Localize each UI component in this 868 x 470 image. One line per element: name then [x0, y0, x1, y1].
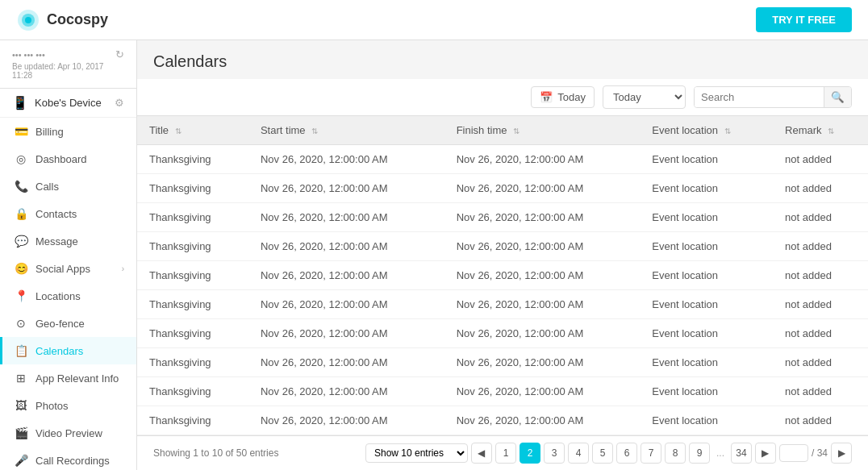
- sidebar-item-calls[interactable]: 📞 Calls: [0, 173, 136, 200]
- sidebar-item-photos[interactable]: 🖼 Photos: [0, 392, 136, 419]
- refresh-icon[interactable]: ↻: [115, 48, 124, 60]
- cell-title: Thanksgiving: [137, 406, 248, 435]
- sidebar-item-call-recordings[interactable]: 🎤 Call Recordings: [0, 447, 136, 470]
- page-5-button[interactable]: 5: [592, 443, 613, 464]
- page-3-button[interactable]: 3: [544, 443, 565, 464]
- device-info: ••• ••• ••• ↻: [12, 48, 124, 60]
- page-7-button[interactable]: 7: [641, 443, 661, 464]
- table-row: Thanksgiving Nov 26, 2020, 12:00:00 AM N…: [137, 290, 868, 319]
- table-body: Thanksgiving Nov 26, 2020, 12:00:00 AM N…: [137, 145, 868, 435]
- page-next-button[interactable]: ▶: [755, 443, 776, 464]
- page-total: / 34: [812, 447, 828, 459]
- device-update-text: Be updated: Apr 10, 2017 11:28: [12, 62, 124, 80]
- cell-event-location: Event location: [640, 261, 773, 290]
- cell-event-location: Event location: [640, 232, 773, 261]
- cell-finish-time: Nov 26, 2020, 12:00:00 AM: [444, 319, 641, 348]
- cell-event-location: Event location: [640, 377, 773, 406]
- call-recordings-icon: 🎤: [15, 454, 27, 467]
- col-finish-time[interactable]: Finish time ⇅: [444, 116, 641, 145]
- cell-event-location: Event location: [640, 145, 773, 174]
- page-9-button[interactable]: 9: [689, 443, 710, 464]
- sidebar-item-dashboard[interactable]: ◎ Dashboard: [0, 145, 136, 173]
- cell-title: Thanksgiving: [137, 174, 248, 203]
- cell-start-time: Nov 26, 2020, 12:00:00 AM: [248, 203, 444, 232]
- cell-finish-time: Nov 26, 2020, 12:00:00 AM: [444, 174, 641, 203]
- cell-title: Thanksgiving: [137, 261, 248, 290]
- cell-event-location: Event location: [640, 406, 773, 435]
- sidebar-label-social-apps: Social Apps: [35, 263, 90, 275]
- sidebar-item-billing[interactable]: 💳 Billing: [0, 118, 136, 145]
- cell-start-time: Nov 26, 2020, 12:00:00 AM: [248, 261, 444, 290]
- today-label: Today: [557, 91, 586, 103]
- cell-finish-time: Nov 26, 2020, 12:00:00 AM: [444, 406, 641, 435]
- pagination-ellipsis: ...: [713, 447, 728, 459]
- contacts-icon: 🔒: [15, 207, 27, 220]
- table-container: Title ⇅ Start time ⇅ Finish time ⇅ Event…: [137, 116, 868, 435]
- sidebar-label-contacts: Contacts: [35, 208, 77, 220]
- search-button[interactable]: 🔍: [824, 87, 851, 107]
- sidebar-item-app-relevant[interactable]: ⊞ App Relevant Info: [0, 364, 136, 392]
- message-icon: 💬: [15, 235, 27, 247]
- col-remark[interactable]: Remark ⇅: [773, 116, 868, 145]
- photos-icon: 🖼: [15, 399, 27, 412]
- cell-finish-time: Nov 26, 2020, 12:00:00 AM: [444, 290, 641, 319]
- table-row: Thanksgiving Nov 26, 2020, 12:00:00 AM N…: [137, 319, 868, 348]
- col-start-time[interactable]: Start time ⇅: [248, 116, 444, 145]
- today-button[interactable]: 📅 Today: [531, 86, 595, 108]
- sidebar-label-billing: Billing: [35, 126, 64, 138]
- showing-text: Showing 1 to 10 of 50 entries: [153, 447, 278, 459]
- cell-start-time: Nov 26, 2020, 12:00:00 AM: [248, 174, 444, 203]
- sort-title-icon: ⇅: [175, 127, 182, 135]
- page-prev-button[interactable]: ◀: [471, 443, 492, 464]
- table-row: Thanksgiving Nov 26, 2020, 12:00:00 AM N…: [137, 377, 868, 406]
- table-footer: Showing 1 to 10 of 50 entries Show 10 en…: [137, 435, 868, 470]
- pagination: Show 10 entries Show 25 entries Show 50 …: [365, 443, 852, 464]
- sidebar-label-calendars: Calendars: [35, 345, 83, 357]
- sidebar-label-geo-fence: Geo-fence: [35, 318, 85, 330]
- cell-remark: not added: [773, 232, 868, 261]
- col-title[interactable]: Title ⇅: [137, 116, 248, 145]
- try-it-free-button[interactable]: TRY IT FREE: [756, 7, 852, 32]
- sidebar-item-message[interactable]: 💬 Message: [0, 227, 136, 255]
- sidebar-item-video-preview[interactable]: 🎬 Video Preview: [0, 419, 136, 447]
- logo-text: Cocospy: [47, 11, 108, 28]
- page-1-button[interactable]: 1: [495, 443, 516, 464]
- cell-start-time: Nov 26, 2020, 12:00:00 AM: [248, 319, 444, 348]
- table-row: Thanksgiving Nov 26, 2020, 12:00:00 AM N…: [137, 261, 868, 290]
- page-34-button[interactable]: 34: [731, 443, 752, 464]
- sidebar-label-photos: Photos: [35, 400, 68, 412]
- page-2-button[interactable]: 2: [520, 443, 540, 464]
- page-size-select[interactable]: Show 10 entries Show 25 entries Show 50 …: [365, 443, 468, 463]
- dashboard-icon: ◎: [15, 152, 27, 165]
- cell-title: Thanksgiving: [137, 377, 248, 406]
- sidebar-label-message: Message: [35, 235, 78, 247]
- cell-event-location: Event location: [640, 174, 773, 203]
- sidebar-label-calls: Calls: [35, 181, 59, 193]
- cell-remark: not added: [773, 348, 868, 377]
- logo-area: Cocospy: [16, 8, 108, 32]
- page-jump-input[interactable]: [779, 444, 808, 462]
- sidebar-item-contacts[interactable]: 🔒 Contacts: [0, 200, 136, 227]
- page-title: Calendars: [153, 52, 852, 71]
- social-apps-icon: 😊: [15, 262, 27, 275]
- page-4-button[interactable]: 4: [568, 443, 589, 464]
- device-settings-icon[interactable]: ⚙: [115, 97, 124, 109]
- col-event-location[interactable]: Event location ⇅: [640, 116, 773, 145]
- table-row: Thanksgiving Nov 26, 2020, 12:00:00 AM N…: [137, 406, 868, 435]
- sidebar-item-calendars[interactable]: 📋 Calendars: [0, 337, 136, 364]
- sidebar-item-locations[interactable]: 📍 Locations: [0, 282, 136, 310]
- search-input[interactable]: [695, 87, 824, 107]
- search-box: 🔍: [694, 86, 852, 108]
- page-go-button[interactable]: ▶: [831, 443, 852, 464]
- device-id-text: ••• ••• •••: [12, 50, 45, 60]
- page-8-button[interactable]: 8: [665, 443, 686, 464]
- sort-remark-icon: ⇅: [828, 127, 834, 135]
- sidebar-item-social-apps[interactable]: 😊 Social Apps ›: [0, 255, 136, 282]
- cell-title: Thanksgiving: [137, 203, 248, 232]
- page-6-button[interactable]: 6: [616, 443, 637, 464]
- sidebar-item-geo-fence[interactable]: ⊙ Geo-fence: [0, 310, 136, 337]
- device-name: Kobe's Device: [35, 97, 102, 109]
- period-select[interactable]: Today This Week This Month: [603, 85, 686, 109]
- cell-title: Thanksgiving: [137, 145, 248, 174]
- cell-finish-time: Nov 26, 2020, 12:00:00 AM: [444, 377, 641, 406]
